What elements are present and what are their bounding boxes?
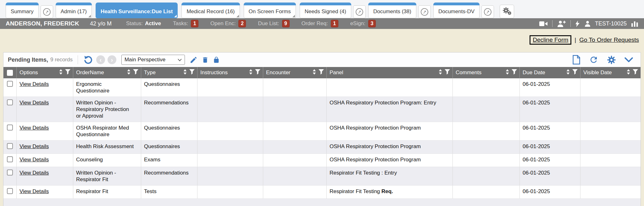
esign-count-badge[interactable]: 3: [368, 20, 376, 27]
next-page-icon[interactable]: ›: [108, 55, 116, 64]
filter-icon[interactable]: [189, 69, 195, 76]
cell-visible-date: [580, 154, 641, 167]
bar-chart-icon[interactable]: [631, 20, 638, 27]
cell-order-name: Written Opinion - Respirator Fit: [73, 167, 141, 185]
filter-icon[interactable]: [633, 69, 638, 76]
column-header-ordername[interactable]: OrderName: [73, 67, 141, 78]
cell-type: Recommendations: [141, 167, 197, 185]
view-details-link[interactable]: View Details: [19, 125, 49, 131]
person-icon[interactable]: [585, 21, 590, 27]
column-header-instructions[interactable]: Instructions: [197, 67, 263, 78]
filter-icon[interactable]: [319, 69, 324, 76]
column-header-panel[interactable]: Panel: [327, 67, 453, 78]
view-details-link[interactable]: View Details: [19, 143, 49, 149]
edit-pencil-icon[interactable]: [190, 56, 197, 64]
tasks-count-badge[interactable]: 1: [191, 20, 198, 27]
lock-icon[interactable]: [213, 56, 220, 64]
view-details-link[interactable]: View Details: [19, 100, 49, 106]
filter-icon[interactable]: [572, 69, 578, 76]
view-details-link[interactable]: View Details: [19, 188, 49, 194]
cell-comments: [453, 122, 520, 140]
column-header-options[interactable]: Options: [17, 67, 73, 78]
decline-form-link[interactable]: Decline Form: [530, 35, 571, 45]
column-header-type[interactable]: Type: [141, 67, 197, 78]
filter-icon[interactable]: [133, 69, 138, 76]
settings-gear-icon[interactable]: [607, 55, 616, 64]
sort-icon[interactable]: [506, 69, 509, 76]
open-in-new-window-icon[interactable]: ↗: [481, 5, 494, 18]
row-checkbox[interactable]: [7, 170, 13, 175]
sort-icon[interactable]: [183, 69, 187, 76]
cell-order-name: Respirator Fit: [73, 186, 141, 198]
tab-accent-stripe: [368, 3, 416, 5]
cell-visible-date: [580, 167, 641, 185]
column-header-comments[interactable]: Comments: [453, 67, 520, 78]
filter-icon[interactable]: [445, 69, 450, 76]
sort-icon[interactable]: [59, 69, 63, 76]
row-checkbox[interactable]: [7, 143, 13, 149]
due-list-count-badge[interactable]: 9: [282, 20, 290, 27]
previous-page-icon[interactable]: ‹: [96, 55, 105, 64]
divider: [552, 20, 552, 27]
cell-visible-date: [580, 141, 641, 153]
tab-settings-button[interactable]: [500, 5, 514, 18]
cell-type: Questionnaires: [141, 78, 197, 97]
perspective-select[interactable]: Main Perspective: [121, 55, 185, 65]
open-in-new-window-icon[interactable]: ↗: [353, 5, 366, 18]
open-in-new-window-icon[interactable]: ↗: [41, 5, 53, 18]
delete-trash-icon[interactable]: [202, 56, 209, 64]
lightning-icon[interactable]: [575, 20, 580, 27]
undo-icon[interactable]: [84, 55, 92, 64]
select-all-checkbox[interactable]: [7, 70, 13, 76]
row-checkbox[interactable]: [7, 99, 13, 105]
row-checkbox[interactable]: [7, 188, 13, 194]
open-in-new-window-icon[interactable]: ↗: [418, 5, 431, 18]
cell-due-date: 06-01-2025: [520, 154, 580, 167]
collapse-chevron-icon[interactable]: [625, 57, 633, 62]
open-enc-label: Open Enc:: [210, 20, 236, 27]
perspective-value: Main Perspective: [125, 57, 178, 63]
tab-admin[interactable]: Admin (17): [56, 3, 92, 18]
sort-icon[interactable]: [439, 69, 442, 76]
cell-encounter: [263, 167, 327, 185]
filter-icon[interactable]: [65, 69, 70, 76]
new-document-icon[interactable]: [572, 55, 580, 64]
tab-summary[interactable]: Summary: [6, 3, 39, 18]
tab-needs-signed[interactable]: Needs Signed (4): [300, 3, 351, 18]
tab-on-screen-forms[interactable]: On Screen Forms: [244, 3, 296, 18]
view-details-link[interactable]: View Details: [19, 81, 49, 87]
tab-health-surveillance-due-list[interactable]: Health Surveillance:Due List: [96, 3, 178, 18]
filter-icon[interactable]: [255, 69, 260, 76]
tab-documents[interactable]: Documents (38): [368, 3, 416, 18]
view-details-link[interactable]: View Details: [19, 157, 49, 163]
add-person-icon[interactable]: [557, 20, 566, 27]
open-enc-count-badge[interactable]: 2: [238, 20, 246, 27]
cell-visible-date: [580, 78, 641, 97]
column-header-visible-date[interactable]: Visible Date: [580, 67, 641, 78]
row-checkbox[interactable]: [7, 81, 13, 87]
cell-instructions: [197, 154, 263, 167]
sort-icon[interactable]: [627, 69, 630, 76]
go-to-order-requests-link[interactable]: Go To Order Requests: [579, 36, 639, 43]
cell-panel: [327, 78, 453, 97]
tab-accent-stripe: [433, 3, 480, 5]
cell-instructions: [197, 97, 263, 122]
row-checkbox[interactable]: [7, 125, 13, 131]
video-camera-icon[interactable]: [539, 21, 547, 26]
column-header-due-date[interactable]: Due Date: [520, 67, 580, 78]
order-req-count-badge[interactable]: 1: [331, 20, 338, 27]
view-details-link[interactable]: View Details: [19, 170, 49, 176]
sort-icon[interactable]: [313, 69, 316, 76]
refresh-icon[interactable]: [589, 55, 598, 64]
sort-icon[interactable]: [249, 69, 253, 76]
cell-due-date: 06-01-2025: [520, 141, 580, 153]
patient-id: TEST-10025: [595, 20, 627, 27]
tab-documents-dv[interactable]: Documents-DV: [433, 3, 480, 18]
tab-label: Needs Signed (4): [305, 8, 346, 15]
filter-icon[interactable]: [512, 69, 517, 76]
tab-medical-record[interactable]: Medical Record (16): [181, 3, 240, 18]
sort-icon[interactable]: [127, 69, 130, 76]
row-checkbox[interactable]: [7, 156, 13, 162]
sort-icon[interactable]: [566, 69, 570, 76]
column-header-encounter[interactable]: Encounter: [263, 67, 327, 78]
